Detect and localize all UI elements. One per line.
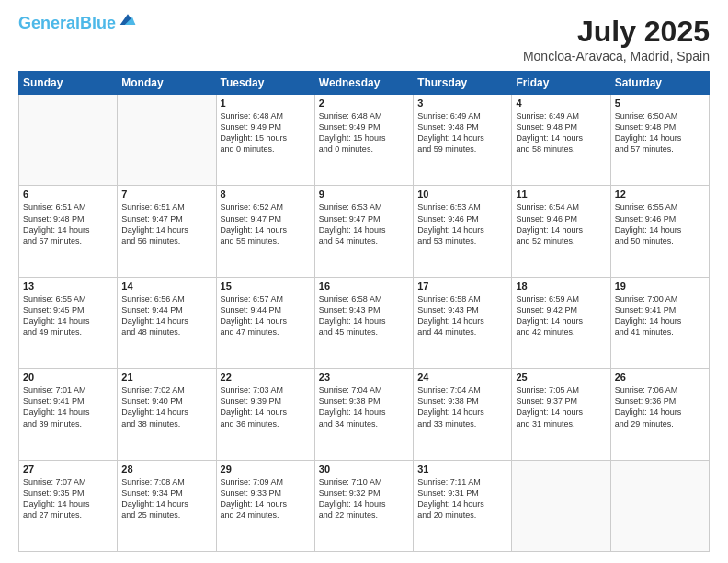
day-info: Sunrise: 6:55 AM Sunset: 9:46 PM Dayligh…	[615, 201, 705, 247]
calendar-cell	[118, 95, 216, 186]
day-info: Sunrise: 6:49 AM Sunset: 9:48 PM Dayligh…	[516, 110, 606, 155]
calendar-cell: 23Sunrise: 7:04 AM Sunset: 9:38 PM Dayli…	[314, 369, 413, 460]
location-title: Moncloa-Aravaca, Madrid, Spain	[523, 49, 710, 63]
calendar-cell: 21Sunrise: 7:02 AM Sunset: 9:40 PM Dayli…	[118, 369, 216, 460]
day-info: Sunrise: 7:00 AM Sunset: 9:41 PM Dayligh…	[615, 293, 705, 339]
calendar-cell: 15Sunrise: 6:57 AM Sunset: 9:44 PM Dayli…	[216, 277, 314, 368]
day-number: 18	[516, 281, 606, 292]
calendar-cell: 18Sunrise: 6:59 AM Sunset: 9:42 PM Dayli…	[512, 277, 610, 368]
day-number: 17	[417, 281, 507, 292]
day-number: 10	[417, 189, 507, 200]
day-info: Sunrise: 7:03 AM Sunset: 9:39 PM Dayligh…	[221, 385, 311, 430]
calendar-week-4: 20Sunrise: 7:01 AM Sunset: 9:41 PM Dayli…	[19, 369, 710, 460]
day-number: 9	[319, 189, 409, 200]
header: GeneralBlue July 2025 Moncloa-Aravaca, M…	[18, 15, 710, 63]
day-info: Sunrise: 6:56 AM Sunset: 9:44 PM Dayligh…	[121, 293, 211, 339]
calendar-cell: 6Sunrise: 6:51 AM Sunset: 9:48 PM Daylig…	[19, 186, 118, 277]
calendar-cell: 7Sunrise: 6:51 AM Sunset: 9:47 PM Daylig…	[118, 186, 216, 277]
day-info: Sunrise: 7:02 AM Sunset: 9:40 PM Dayligh…	[121, 385, 211, 430]
calendar-cell: 9Sunrise: 6:53 AM Sunset: 9:47 PM Daylig…	[314, 186, 413, 277]
calendar-cell: 20Sunrise: 7:01 AM Sunset: 9:41 PM Dayli…	[19, 369, 118, 460]
calendar-cell: 11Sunrise: 6:54 AM Sunset: 9:46 PM Dayli…	[512, 186, 610, 277]
title-block: July 2025 Moncloa-Aravaca, Madrid, Spain	[523, 15, 710, 63]
calendar-cell: 30Sunrise: 7:10 AM Sunset: 9:32 PM Dayli…	[314, 460, 413, 551]
day-number: 14	[121, 281, 211, 292]
calendar-cell: 13Sunrise: 6:55 AM Sunset: 9:45 PM Dayli…	[19, 277, 118, 368]
day-info: Sunrise: 7:04 AM Sunset: 9:38 PM Dayligh…	[319, 385, 409, 430]
day-info: Sunrise: 6:50 AM Sunset: 9:48 PM Dayligh…	[615, 110, 705, 155]
day-number: 15	[221, 281, 311, 292]
calendar-cell: 29Sunrise: 7:09 AM Sunset: 9:33 PM Dayli…	[216, 460, 314, 551]
calendar-cell	[610, 460, 709, 551]
day-info: Sunrise: 6:58 AM Sunset: 9:43 PM Dayligh…	[319, 293, 409, 339]
calendar-week-5: 27Sunrise: 7:07 AM Sunset: 9:35 PM Dayli…	[19, 460, 710, 551]
day-info: Sunrise: 7:01 AM Sunset: 9:41 PM Dayligh…	[23, 385, 113, 430]
logo: GeneralBlue	[18, 15, 137, 33]
calendar-cell: 17Sunrise: 6:58 AM Sunset: 9:43 PM Dayli…	[414, 277, 512, 368]
day-number: 16	[319, 281, 409, 292]
day-number: 8	[221, 189, 311, 200]
day-number: 30	[319, 464, 409, 475]
day-number: 5	[615, 98, 705, 109]
day-number: 26	[615, 372, 705, 383]
day-info: Sunrise: 7:05 AM Sunset: 9:37 PM Dayligh…	[516, 385, 606, 430]
day-number: 22	[221, 372, 311, 383]
calendar-cell: 14Sunrise: 6:56 AM Sunset: 9:44 PM Dayli…	[118, 277, 216, 368]
day-number: 20	[23, 372, 113, 383]
day-info: Sunrise: 6:53 AM Sunset: 9:47 PM Dayligh…	[319, 201, 409, 247]
month-title: July 2025	[523, 15, 710, 49]
day-info: Sunrise: 7:08 AM Sunset: 9:34 PM Dayligh…	[121, 477, 211, 522]
day-info: Sunrise: 6:49 AM Sunset: 9:48 PM Dayligh…	[417, 110, 507, 155]
day-number: 25	[516, 372, 606, 383]
day-info: Sunrise: 6:59 AM Sunset: 9:42 PM Dayligh…	[516, 293, 606, 339]
calendar-cell: 5Sunrise: 6:50 AM Sunset: 9:48 PM Daylig…	[610, 95, 709, 186]
calendar-table: SundayMondayTuesdayWednesdayThursdayFrid…	[18, 71, 710, 552]
day-info: Sunrise: 7:04 AM Sunset: 9:38 PM Dayligh…	[417, 385, 507, 430]
logo-text: GeneralBlue	[18, 15, 116, 33]
day-info: Sunrise: 6:53 AM Sunset: 9:46 PM Dayligh…	[417, 201, 507, 247]
day-number: 7	[121, 189, 211, 200]
day-number: 12	[615, 189, 705, 200]
logo-icon	[119, 11, 137, 29]
day-number: 23	[319, 372, 409, 383]
day-info: Sunrise: 7:11 AM Sunset: 9:31 PM Dayligh…	[417, 477, 507, 522]
day-info: Sunrise: 7:07 AM Sunset: 9:35 PM Dayligh…	[23, 477, 113, 522]
day-info: Sunrise: 6:54 AM Sunset: 9:46 PM Dayligh…	[516, 201, 606, 247]
day-number: 11	[516, 189, 606, 200]
weekday-header-thursday: Thursday	[414, 72, 512, 95]
calendar-cell: 24Sunrise: 7:04 AM Sunset: 9:38 PM Dayli…	[414, 369, 512, 460]
day-number: 28	[121, 464, 211, 475]
day-number: 1	[221, 98, 311, 109]
calendar-cell: 4Sunrise: 6:49 AM Sunset: 9:48 PM Daylig…	[512, 95, 610, 186]
calendar-week-1: 1Sunrise: 6:48 AM Sunset: 9:49 PM Daylig…	[19, 95, 710, 186]
calendar-cell: 25Sunrise: 7:05 AM Sunset: 9:37 PM Dayli…	[512, 369, 610, 460]
page: GeneralBlue July 2025 Moncloa-Aravaca, M…	[0, 0, 728, 563]
calendar-cell: 8Sunrise: 6:52 AM Sunset: 9:47 PM Daylig…	[216, 186, 314, 277]
day-number: 21	[121, 372, 211, 383]
day-number: 19	[615, 281, 705, 292]
weekday-header-monday: Monday	[118, 72, 216, 95]
calendar-cell: 19Sunrise: 7:00 AM Sunset: 9:41 PM Dayli…	[610, 277, 709, 368]
calendar-cell: 16Sunrise: 6:58 AM Sunset: 9:43 PM Dayli…	[314, 277, 413, 368]
day-info: Sunrise: 6:48 AM Sunset: 9:49 PM Dayligh…	[319, 110, 409, 155]
day-info: Sunrise: 6:51 AM Sunset: 9:47 PM Dayligh…	[121, 201, 211, 247]
day-number: 6	[23, 189, 113, 200]
calendar-cell: 26Sunrise: 7:06 AM Sunset: 9:36 PM Dayli…	[610, 369, 709, 460]
day-info: Sunrise: 6:55 AM Sunset: 9:45 PM Dayligh…	[23, 293, 113, 339]
day-number: 3	[417, 98, 507, 109]
calendar-cell	[512, 460, 610, 551]
calendar-cell: 3Sunrise: 6:49 AM Sunset: 9:48 PM Daylig…	[414, 95, 512, 186]
calendar-cell: 27Sunrise: 7:07 AM Sunset: 9:35 PM Dayli…	[19, 460, 118, 551]
calendar-cell	[19, 95, 118, 186]
day-number: 29	[221, 464, 311, 475]
day-number: 31	[417, 464, 507, 475]
calendar-week-3: 13Sunrise: 6:55 AM Sunset: 9:45 PM Dayli…	[19, 277, 710, 368]
day-number: 2	[319, 98, 409, 109]
calendar-cell: 22Sunrise: 7:03 AM Sunset: 9:39 PM Dayli…	[216, 369, 314, 460]
day-info: Sunrise: 6:57 AM Sunset: 9:44 PM Dayligh…	[221, 293, 311, 339]
calendar-header-row: SundayMondayTuesdayWednesdayThursdayFrid…	[19, 72, 710, 95]
calendar-cell: 2Sunrise: 6:48 AM Sunset: 9:49 PM Daylig…	[314, 95, 413, 186]
weekday-header-saturday: Saturday	[610, 72, 709, 95]
weekday-header-wednesday: Wednesday	[314, 72, 413, 95]
day-info: Sunrise: 7:06 AM Sunset: 9:36 PM Dayligh…	[615, 385, 705, 430]
